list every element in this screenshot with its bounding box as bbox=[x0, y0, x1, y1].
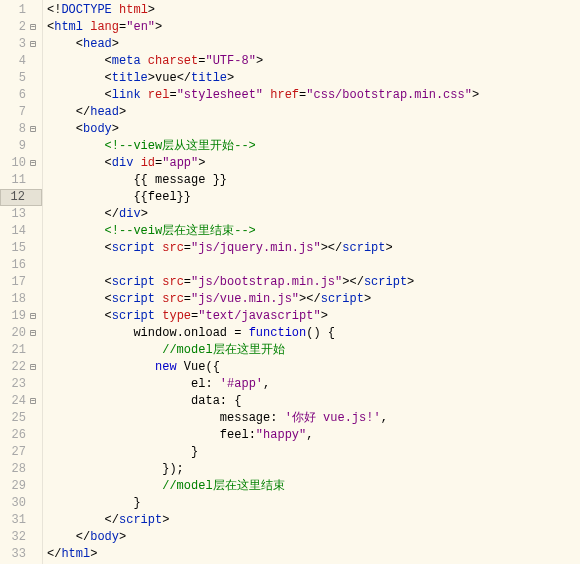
code-line[interactable]: <!DOCTYPE html> bbox=[47, 2, 580, 19]
line-number: 33 bbox=[2, 546, 26, 563]
code-token bbox=[47, 360, 155, 374]
code-token: "en" bbox=[126, 20, 155, 34]
code-line[interactable]: }); bbox=[47, 461, 580, 478]
code-line[interactable]: window.onload = function() { bbox=[47, 325, 580, 342]
code-token bbox=[47, 428, 220, 442]
fold-toggle-icon[interactable]: ⊟ bbox=[26, 36, 40, 53]
code-token: script bbox=[119, 513, 162, 527]
gutter-line: 9 bbox=[0, 138, 42, 155]
fold-toggle-icon[interactable]: ⊟ bbox=[26, 155, 40, 172]
code-line[interactable]: </div> bbox=[47, 206, 580, 223]
code-token: <!--view层从这里开始--> bbox=[105, 139, 256, 153]
code-token bbox=[47, 292, 105, 306]
line-number: 4 bbox=[2, 53, 26, 70]
code-line[interactable]: message: '你好 vue.js!', bbox=[47, 410, 580, 427]
gutter-line: 14 bbox=[0, 223, 42, 240]
fold-toggle-icon[interactable]: ⊟ bbox=[26, 393, 40, 410]
code-line[interactable]: <link rel="stylesheet" href="css/bootstr… bbox=[47, 87, 580, 104]
code-line[interactable]: } bbox=[47, 444, 580, 461]
line-number: 7 bbox=[2, 104, 26, 121]
gutter-line: 22⊟ bbox=[0, 359, 42, 376]
code-line[interactable]: {{feel}} bbox=[47, 189, 580, 206]
code-token: href bbox=[270, 88, 299, 102]
code-line[interactable]: </html> bbox=[47, 546, 580, 563]
code-line[interactable]: <script src="js/jquery.min.js"></script> bbox=[47, 240, 580, 257]
code-line[interactable]: data: { bbox=[47, 393, 580, 410]
code-token bbox=[47, 241, 105, 255]
line-number: 23 bbox=[2, 376, 26, 393]
code-line[interactable]: <!--veiw层在这里结束--> bbox=[47, 223, 580, 240]
line-number: 32 bbox=[2, 529, 26, 546]
code-token: , bbox=[306, 428, 313, 442]
fold-toggle-icon[interactable]: ⊟ bbox=[26, 308, 40, 325]
code-token: < bbox=[105, 275, 112, 289]
fold-toggle-icon[interactable]: ⊟ bbox=[26, 325, 40, 342]
code-line[interactable] bbox=[47, 257, 580, 274]
code-token: {{feel}} bbox=[47, 190, 191, 204]
code-line[interactable]: </head> bbox=[47, 104, 580, 121]
gutter-line: 33 bbox=[0, 546, 42, 563]
code-token: > bbox=[119, 530, 126, 544]
code-token: Vue({ bbox=[177, 360, 220, 374]
code-line[interactable]: <script src="js/vue.min.js"></script> bbox=[47, 291, 580, 308]
code-token bbox=[112, 3, 119, 17]
fold-toggle-icon[interactable]: ⊟ bbox=[26, 359, 40, 376]
code-token: div bbox=[112, 156, 134, 170]
code-line[interactable]: el: '#app', bbox=[47, 376, 580, 393]
code-token bbox=[47, 275, 105, 289]
code-token: script bbox=[112, 292, 155, 306]
code-token: <!--veiw层在这里结束--> bbox=[105, 224, 256, 238]
code-token: > bbox=[141, 207, 148, 221]
line-number: 13 bbox=[2, 206, 26, 223]
code-token: el: bbox=[191, 377, 220, 391]
gutter-line: 12 bbox=[0, 189, 42, 206]
code-token: type bbox=[162, 309, 191, 323]
code-line[interactable]: <script type="text/javascript"> bbox=[47, 308, 580, 325]
code-line[interactable]: </script> bbox=[47, 512, 580, 529]
fold-toggle-icon[interactable]: ⊟ bbox=[26, 121, 40, 138]
code-token: < bbox=[105, 71, 112, 85]
code-token: "happy" bbox=[256, 428, 306, 442]
code-token: link bbox=[112, 88, 141, 102]
code-line[interactable]: <meta charset="UTF-8"> bbox=[47, 53, 580, 70]
fold-toggle-icon[interactable]: ⊟ bbox=[26, 19, 40, 36]
code-line[interactable]: <body> bbox=[47, 121, 580, 138]
code-line[interactable]: <head> bbox=[47, 36, 580, 53]
code-line[interactable]: <!--view层从这里开始--> bbox=[47, 138, 580, 155]
code-editor[interactable]: 12⊟3⊟45678⊟910⊟111213141516171819⊟20⊟212… bbox=[0, 0, 580, 564]
line-number: 14 bbox=[2, 223, 26, 240]
code-line[interactable]: feel:"happy", bbox=[47, 427, 580, 444]
code-token: < bbox=[105, 309, 112, 323]
code-token bbox=[47, 54, 105, 68]
code-line[interactable]: <title>vue</title> bbox=[47, 70, 580, 87]
code-line[interactable]: } bbox=[47, 495, 580, 512]
code-token: {{ message }} bbox=[47, 173, 227, 187]
code-area[interactable]: <!DOCTYPE html><html lang="en"> <head> <… bbox=[43, 0, 580, 564]
code-token: > bbox=[472, 88, 479, 102]
code-token: </ bbox=[47, 547, 61, 561]
code-line[interactable]: //model层在这里结束 bbox=[47, 478, 580, 495]
code-line[interactable]: {{ message }} bbox=[47, 172, 580, 189]
line-number: 8 bbox=[2, 121, 26, 138]
code-line[interactable]: <script src="js/bootstrap.min.js"></scri… bbox=[47, 274, 580, 291]
code-token: "js/bootstrap.min.js" bbox=[191, 275, 342, 289]
code-line[interactable]: //model层在这里开始 bbox=[47, 342, 580, 359]
code-token: = bbox=[184, 292, 191, 306]
line-number: 21 bbox=[2, 342, 26, 359]
code-line[interactable]: <div id="app"> bbox=[47, 155, 580, 172]
code-token: < bbox=[105, 54, 112, 68]
line-number: 1 bbox=[2, 2, 26, 19]
code-token bbox=[133, 156, 140, 170]
code-token: div bbox=[119, 207, 141, 221]
line-number: 24 bbox=[2, 393, 26, 410]
code-line[interactable]: <html lang="en"> bbox=[47, 19, 580, 36]
code-line[interactable]: </body> bbox=[47, 529, 580, 546]
code-token: html bbox=[61, 547, 90, 561]
code-token: > bbox=[198, 156, 205, 170]
code-token bbox=[47, 479, 162, 493]
code-token: data: { bbox=[191, 394, 241, 408]
code-token bbox=[47, 139, 105, 153]
code-token bbox=[47, 496, 133, 510]
code-line[interactable]: new Vue({ bbox=[47, 359, 580, 376]
code-token: '你好 vue.js!' bbox=[285, 411, 381, 425]
